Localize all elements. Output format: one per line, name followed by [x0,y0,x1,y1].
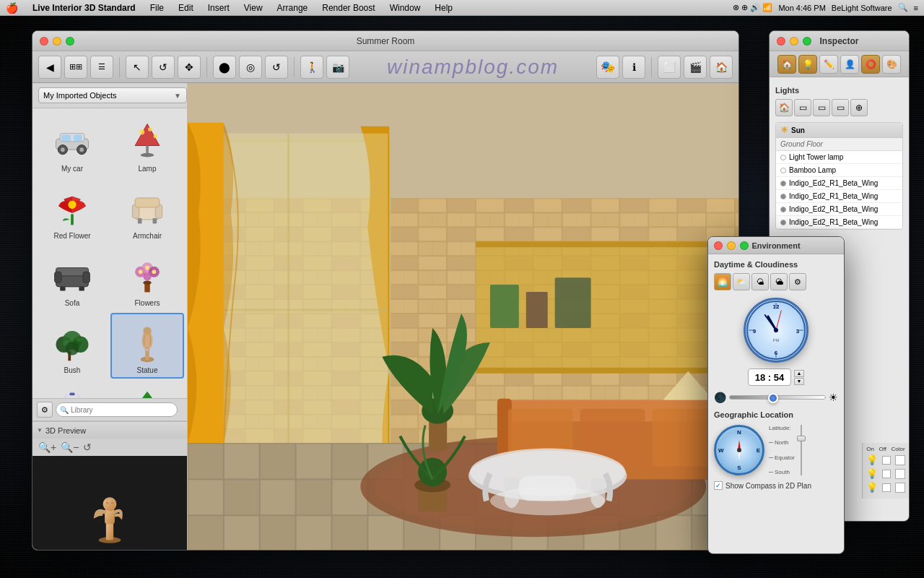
object-tool[interactable]: 🎭 [596,56,619,79]
env-btn-5[interactable]: ⚙ [789,273,806,290]
preview-header[interactable]: ▼ 3D Preview [32,421,187,439]
env-btn-2[interactable]: ⛅ [733,273,750,290]
inspector-person-button[interactable]: 👤 [840,55,859,74]
inspector-light-button[interactable]: 💡 [798,55,817,74]
preview-viewport [32,456,187,550]
camera-view-btn[interactable]: 🎬 [684,56,707,79]
light-status-dot [780,168,786,173]
library-search-input[interactable] [56,402,178,417]
zoom-in-button[interactable]: 🔍+ [38,441,56,453]
menu-extras-icon[interactable]: ≡ [914,4,918,12]
maximize-button[interactable] [66,37,74,46]
select-tool[interactable]: ↖ [126,56,149,79]
color-swatch-2[interactable] [895,469,905,479]
env-btn-4[interactable]: 🌥 [770,273,788,290]
inspector-color-button[interactable]: 🎨 [882,55,901,74]
shape-tool[interactable]: ⬤ [213,56,236,79]
app-name-menu[interactable]: Live Interior 3D Standard [30,3,139,13]
list-item[interactable]: Flowers [110,246,184,311]
clock-container: 12 3 6 9 PM [714,298,838,363]
move-tool[interactable]: ✥ [178,56,201,79]
list-item[interactable]: Lamp [110,111,184,177]
back-button[interactable]: ◀ [38,56,61,79]
light-bulb-icon-3: 💡 [866,482,878,493]
file-menu[interactable]: File [147,3,167,13]
help-menu[interactable]: Help [432,3,456,13]
arrange-menu[interactable]: Arrange [274,3,311,13]
edit-menu[interactable]: Edit [175,3,196,13]
on-checkbox-1[interactable] [882,456,891,465]
refresh-button[interactable]: ↺ [83,441,92,453]
inspector-home-button[interactable]: 🏠 [777,55,796,74]
env-maximize-button[interactable] [740,241,749,250]
vase-thumbnail [49,386,95,398]
list-item[interactable]: Sofa [35,246,109,311]
category-dropdown[interactable]: My Imported Objects [38,87,187,103]
view-menu[interactable]: View [241,3,266,13]
circle-tool[interactable]: ◎ [239,56,262,79]
list-item[interactable]: Bamboo Lamp [776,164,902,177]
list-item[interactable]: Armchair [110,178,184,244]
color-swatch-3[interactable] [895,483,905,493]
list-item[interactable]: Great Tree [110,380,184,398]
camera-tool[interactable]: 📷 [326,56,349,79]
on-checkbox-3[interactable] [882,483,891,492]
env-minimize-button[interactable] [727,241,736,250]
inspector-edit-button[interactable]: ✏️ [819,55,838,74]
show-compass-checkbox[interactable]: ✓ [714,481,723,490]
env-btn-3[interactable]: 🌤 [751,273,769,290]
nav-grid-button[interactable]: ⊞⊞ [64,56,87,79]
latitude-slider-container [796,425,806,475]
lights-btn-1[interactable]: 🏠 [775,99,793,116]
insert-menu[interactable]: Insert [205,3,232,13]
floorplan-btn[interactable]: ⬜ [658,56,681,79]
minimize-button[interactable] [53,37,61,46]
latitude-slider-track [801,425,802,475]
inspector-maximize-button[interactable] [803,37,811,46]
list-item[interactable]: Red Flower [35,178,109,244]
zoom-out-button[interactable]: 🔍− [61,441,79,453]
lights-btn-4[interactable]: ▭ [832,99,849,116]
render-menu[interactable]: Render Boost [319,3,378,13]
list-view-button[interactable]: ☰ [90,56,113,79]
3d-view-btn[interactable]: 🏠 [710,56,733,79]
env-btn-1[interactable]: 🌅 [714,273,731,290]
lights-btn-3[interactable]: ▭ [813,99,830,116]
env-close-button[interactable] [714,241,723,250]
inspector-close-button[interactable] [777,37,785,46]
list-item[interactable]: Statue [110,313,184,379]
latitude-slider-thumb[interactable] [797,436,806,441]
list-item[interactable]: Vase [35,380,109,398]
time-input[interactable] [748,368,791,386]
inspector-sun-button[interactable]: ⭕ [861,55,880,74]
list-item[interactable]: Indigo_Ed2_R1_Beta_Wing [776,216,902,229]
chevron-down-icon: ▼ [37,427,43,434]
time-decrement-button[interactable]: ▼ [794,378,804,385]
apple-logo[interactable]: 🍎 [6,2,18,14]
search-icon[interactable]: 🔍 [898,3,908,12]
list-item[interactable]: Indigo_Ed2_R1_Beta_Wing [776,203,902,216]
arc-tool[interactable]: ↺ [265,56,288,79]
color-swatch-1[interactable] [895,455,905,465]
inspector-minimize-button[interactable] [790,37,798,46]
on-checkbox-2[interactable] [882,470,891,478]
lights-btn-5[interactable]: ⊕ [850,99,868,116]
geo-section-label: Geographic Location [714,410,838,419]
list-item[interactable]: My car [35,111,109,177]
settings-button[interactable]: ⚙ [37,402,53,418]
south-label: South [775,469,790,475]
list-item[interactable]: Bush [35,313,109,379]
person-tool[interactable]: 🚶 [300,56,323,79]
time-increment-button[interactable]: ▲ [794,370,804,377]
sofa-thumbnail [49,251,95,298]
list-item[interactable]: Indigo_Ed2_R1_Beta_Wing [776,177,902,190]
list-item[interactable]: Light Tower lamp [776,151,902,164]
lights-btn-2[interactable]: ▭ [794,99,811,116]
close-button[interactable] [40,37,48,46]
window-menu[interactable]: Window [387,3,424,13]
rotate-tool[interactable]: ↺ [152,56,175,79]
list-item[interactable]: Indigo_Ed2_R1_Beta_Wing [776,190,902,203]
info-tool[interactable]: ℹ [622,56,645,79]
brightness-slider[interactable] [729,395,826,400]
svg-rect-27 [79,287,84,291]
